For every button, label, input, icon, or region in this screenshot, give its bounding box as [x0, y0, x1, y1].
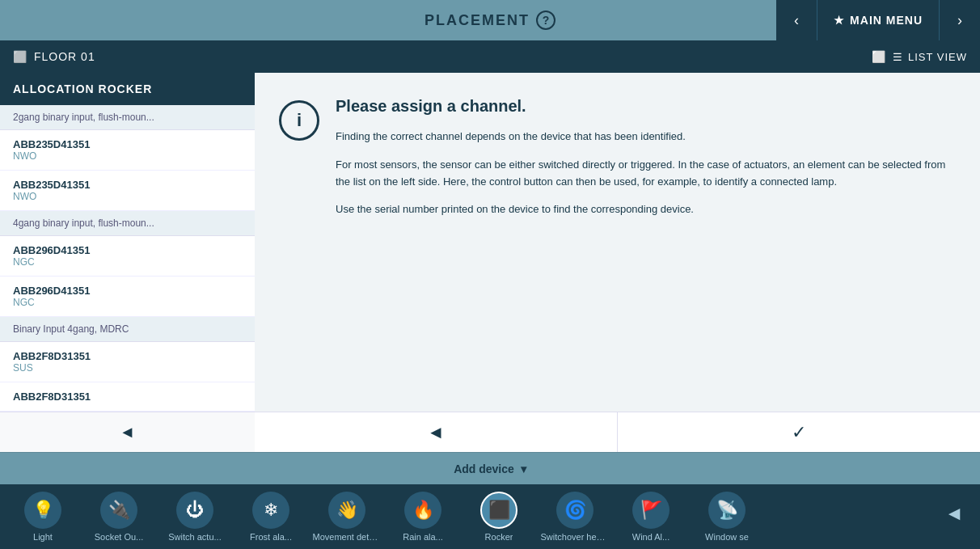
page-title: PLACEMENT: [425, 12, 530, 29]
back-icon: ◄: [427, 422, 445, 443]
top-nav: ‹ ★ MAIN MENU ›: [776, 0, 980, 40]
floor-bar-right: ⬜ ☰ LIST VIEW: [741, 50, 980, 63]
confirm-icon: ✓: [792, 422, 806, 443]
info-paragraph-3: Use the serial number printed on the dev…: [336, 201, 956, 218]
alloc-item[interactable]: ABB2F8D31351: [0, 382, 255, 412]
alloc-item-code: ABB235D41351: [13, 138, 242, 150]
device-icon-label: Rocker: [485, 532, 513, 542]
alloc-item-sub: NGC: [13, 256, 242, 268]
info-confirm-button[interactable]: ✓: [618, 412, 980, 452]
main-menu-label: MAIN MENU: [850, 14, 923, 27]
info-paragraph-1: Finding the correct channel depends on t…: [336, 129, 956, 146]
allocation-list: 2gang binary input, flush-moun... ABB235…: [0, 105, 255, 412]
alloc-item-sub: SUS: [13, 362, 242, 374]
device-icon-circle: 📡: [708, 492, 746, 529]
floor-label: FLOOR 01: [34, 50, 95, 63]
device-icon-label: Window se: [705, 532, 749, 542]
floor-icon: ⬜: [13, 50, 27, 63]
main-menu-button[interactable]: ★ MAIN MENU: [817, 0, 940, 40]
global-back-button[interactable]: ◄: [944, 502, 964, 525]
device-icon-item[interactable]: 🔥Rain ala...: [387, 488, 459, 545]
device-icon-circle: 🌀: [556, 492, 593, 529]
alloc-item-code: ABB2F8D31351: [13, 350, 242, 362]
alloc-item[interactable]: ABB2F8D31351 SUS: [0, 342, 255, 382]
floor-bar-left: ⬜ FLOOR 01: [13, 50, 741, 63]
device-icon-circle: ⬛: [480, 492, 517, 529]
alloc-group-header-3: Binary Input 4gang, MDRC: [0, 317, 255, 342]
device-icon-circle: 💡: [24, 492, 61, 529]
device-icon-circle: 🚩: [632, 492, 670, 529]
info-modal: i Please assign a channel. Finding the c…: [255, 73, 980, 452]
alloc-item[interactable]: ABB296D41351 NGC: [0, 236, 255, 277]
grid-icon: ⬜: [872, 50, 886, 63]
add-device-button[interactable]: Add device ▾: [0, 452, 980, 484]
back-arrow-icon: ◄: [120, 423, 136, 441]
info-modal-footer: ◄ ✓: [255, 412, 980, 452]
bottom-bar: Add device ▾ 💡Light🔌Socket Ou...⏻Switch …: [0, 452, 980, 549]
list-icon: ☰: [893, 51, 903, 63]
alloc-item[interactable]: ABB235D41351 NWO: [0, 130, 255, 171]
device-icon-label: Wind Al...: [632, 532, 670, 542]
alloc-item-sub: NWO: [13, 150, 242, 162]
chevron-down-icon: ▾: [521, 462, 526, 475]
alloc-group-header-1: 2gang binary input, flush-moun...: [0, 105, 255, 130]
device-icon-item[interactable]: 🔌Socket Ou...: [82, 488, 155, 545]
main-area: + ⊡ − Livingroom Ceiling light 💡 ALLOCAT…: [0, 73, 980, 452]
device-icon-label: Socket Ou...: [95, 532, 144, 542]
nav-prev-button[interactable]: ‹: [776, 0, 817, 40]
alloc-item-sub: NGC: [13, 297, 242, 308]
device-icon-circle: ⏻: [176, 492, 213, 529]
alloc-item-sub: NWO: [13, 191, 242, 202]
top-header: PLACEMENT ? ‹ ★ MAIN MENU ›: [0, 0, 980, 40]
allocation-header: ALLOCATION ROCKER: [0, 73, 255, 105]
device-icon-circle: 🔌: [100, 492, 137, 529]
star-icon: ★: [834, 14, 845, 27]
help-icon[interactable]: ?: [536, 11, 555, 30]
device-icon-item[interactable]: 👋Movement detec...: [310, 488, 383, 545]
add-device-label: Add device: [454, 462, 514, 475]
floor-bar: ⬜ FLOOR 01 ⬜ ☰ LIST VIEW: [0, 40, 980, 73]
device-icon-item[interactable]: 🚩Wind Al...: [615, 488, 687, 545]
nav-next-button[interactable]: ›: [940, 0, 980, 40]
device-icon-label: Switch actu...: [168, 532, 221, 542]
device-icon-label: Frost ala...: [250, 532, 292, 542]
info-title: Please assign a channel.: [336, 97, 956, 116]
alloc-item-code: ABB296D41351: [13, 244, 242, 256]
info-paragraph-2: For most sensors, the sensor can be eith…: [336, 157, 956, 191]
alloc-group-header-2: 4gang binary input, flush-moun...: [0, 211, 255, 236]
alloc-item-code: ABB2F8D31351: [13, 391, 242, 403]
info-back-button[interactable]: ◄: [255, 412, 618, 452]
info-body: Finding the correct channel depends on t…: [336, 129, 956, 218]
device-icon-item[interactable]: 📡Window se: [691, 488, 763, 545]
alloc-item[interactable]: ABB235D41351 NWO: [0, 171, 255, 211]
alloc-item-code: ABB296D41351: [13, 285, 242, 297]
info-text-area: Please assign a channel. Finding the cor…: [336, 97, 956, 395]
alloc-item-code: ABB235D41351: [13, 179, 242, 191]
device-icon-label: Light: [33, 532, 53, 542]
device-icon-circle: 🔥: [404, 492, 441, 529]
device-icon-label: Switchover heati...: [541, 532, 610, 542]
device-icon-label: Movement detec...: [313, 532, 382, 542]
device-icon-circle: ❄: [252, 492, 289, 529]
alloc-item[interactable]: ABB296D41351 NGC: [0, 277, 255, 317]
allocation-panel: ALLOCATION ROCKER 2gang binary input, fl…: [0, 73, 255, 452]
device-icon-item[interactable]: ⏻Switch actu...: [158, 488, 231, 545]
list-view-label: LIST VIEW: [908, 51, 967, 63]
info-icon: i: [279, 100, 319, 141]
allocation-back-button[interactable]: ◄: [0, 412, 255, 452]
device-icons-row: 💡Light🔌Socket Ou...⏻Switch actu...❄Frost…: [0, 484, 980, 549]
device-icon-item[interactable]: 💡Light: [6, 488, 79, 545]
device-icon-item[interactable]: ⬛Rocker: [463, 488, 535, 545]
device-icon-label: Rain ala...: [403, 532, 443, 542]
device-icon-item[interactable]: 🌀Switchover heati...: [539, 488, 611, 545]
device-icon-item[interactable]: ❄Frost ala...: [234, 488, 307, 545]
device-icon-circle: 👋: [328, 492, 365, 529]
info-modal-content: i Please assign a channel. Finding the c…: [255, 73, 980, 412]
list-view-button[interactable]: ☰ LIST VIEW: [893, 51, 967, 63]
